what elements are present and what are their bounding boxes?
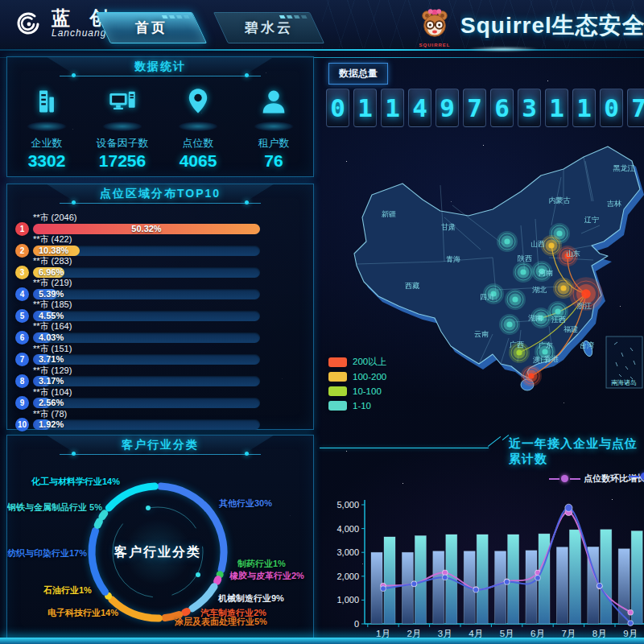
user-icon	[258, 86, 289, 117]
province-label: 甘肃	[441, 223, 456, 231]
legend-label: 200以上	[353, 356, 386, 368]
top10-city-label: **市 (219)	[33, 278, 313, 288]
stats-panel: 数据统计 企业数 3302	[6, 56, 314, 177]
inset-label: 南海诸岛	[611, 379, 637, 386]
top10-city-label: **市 (164)	[33, 321, 313, 332]
combo-chart: 01,0002,0003,0004,0005,0001月2月3月4月5月6月7月…	[322, 489, 644, 644]
bar	[601, 530, 612, 624]
mascot-caption: SQUIRREL	[415, 43, 454, 47]
map-legend-item: 100-200	[328, 369, 386, 383]
top10-city-label: **市 (185)	[33, 299, 313, 310]
bar-percent-label: 10.38%	[39, 246, 68, 256]
data-total-badge: 数据总量	[328, 63, 388, 85]
legend-label: 100-200	[353, 372, 386, 382]
app-title: Squirrel生态安全云平台	[460, 10, 644, 41]
chart-title-decoration	[488, 436, 501, 447]
donut-segment	[112, 600, 159, 618]
province-label: 广东	[539, 341, 553, 349]
province-label: 广西	[510, 341, 524, 349]
industry-label: 纺织与印染行业17%	[7, 547, 87, 559]
industry-label: 钢铁与金属制品行业 5%	[7, 502, 102, 514]
map-heat-spot	[521, 365, 542, 386]
bar	[495, 551, 506, 624]
chart-title-decoration	[502, 435, 509, 440]
industry-label: 涂层及表面处理行业5%	[175, 616, 267, 628]
top10-city-label: **市 (2046)	[33, 213, 313, 223]
bar	[526, 551, 537, 624]
province-label: 山东	[566, 250, 580, 258]
rank-badge: 3	[15, 266, 29, 279]
bar-track: 2.56%	[33, 398, 260, 408]
panel-title: 客户行业分类	[7, 438, 313, 452]
industry-label: 橡胶与皮革行业2%	[229, 570, 304, 582]
counter-digit: 6	[490, 89, 514, 127]
industry-label: 化工与材料学行业14%	[31, 476, 120, 488]
map-legend-item: 10-100	[328, 384, 386, 398]
bar-percent-label: 4.55%	[39, 311, 64, 321]
province-label: 浙江	[576, 302, 592, 310]
top10-row: **市 (164)64.03%	[15, 321, 313, 343]
rank-badge: 10	[15, 418, 29, 431]
tab-bishuiyun[interactable]: 碧水云	[213, 12, 324, 43]
line-point	[628, 621, 634, 626]
line-point	[565, 504, 572, 511]
bar-percent-label: 6.96%	[39, 267, 64, 278]
province-label: 吉林	[607, 200, 621, 208]
industry-label: 电子科技行业14%	[47, 607, 118, 619]
device-icon	[107, 86, 138, 117]
line-point	[381, 586, 386, 592]
map-heat-spot	[513, 262, 534, 283]
bar	[569, 530, 580, 624]
province-label: 福建	[564, 325, 578, 333]
legend-swatch	[328, 372, 347, 382]
donut-segment	[192, 587, 214, 609]
donut-segment	[92, 530, 105, 592]
legend-dot	[561, 475, 568, 482]
bar-track: 5.39%	[33, 289, 260, 299]
province-label: 西藏	[405, 282, 419, 290]
y-axis-tick-label: 2,000	[336, 572, 359, 581]
map-heat-spot	[505, 289, 526, 310]
donut-segment	[185, 612, 188, 613]
counter-digit: 1	[353, 89, 377, 127]
bar-percent-label: 1.92%	[39, 419, 64, 430]
stats-grid: 企业数 3302 设备因子数 17256	[7, 81, 313, 171]
industry-label: 其他行业30%	[219, 497, 272, 510]
rank-badge: 1	[15, 222, 29, 236]
legend-item-clipped[interactable]	[629, 473, 644, 480]
rank-badge: 5	[15, 309, 29, 323]
bar-track: 3.71%	[33, 354, 260, 365]
panel-title: 点位区域分布TOP10	[7, 187, 313, 201]
top10-city-label: **市 (422)	[33, 234, 313, 245]
province-label: 山西	[530, 240, 545, 248]
top10-row: **市 (283)36.96%	[15, 256, 313, 278]
top10-city-label: **市 (283)	[33, 256, 313, 266]
province-label: 内蒙古	[549, 196, 571, 204]
province-label: 云南	[474, 330, 489, 338]
tab-home[interactable]: 首页	[96, 12, 207, 43]
rank-badge: 7	[15, 353, 29, 366]
top10-row: **市 (104)92.56%	[15, 387, 313, 409]
industry-donut-chart: 客户行业分类 其他行业30%制药行业1%橡胶与皮革行业2%机械制造行业9%汽车制…	[7, 460, 313, 642]
south-china-sea-inset: 南海诸岛	[606, 336, 642, 388]
y-axis-tick-label: 4,000	[336, 524, 359, 534]
stat-enterprises: 企业数 3302	[10, 85, 84, 171]
province-label: 青海	[446, 255, 460, 263]
province-label: 湖北	[532, 286, 547, 294]
province-label: 河南	[539, 269, 553, 277]
donut-center-label: 客户行业分类	[114, 544, 201, 561]
bar-track: 50.32%	[33, 224, 260, 234]
counter-digit: 7	[463, 89, 486, 127]
rank-badge: 2	[15, 244, 29, 258]
line-point	[411, 581, 417, 587]
bar-percent-label: 4.03%	[39, 332, 64, 343]
bar-percent-label: 50.32%	[33, 224, 260, 234]
top10-row: **市 (2046)150.32%	[15, 213, 313, 234]
header-divider-line	[0, 49, 644, 51]
bar	[477, 535, 488, 624]
donut-segment	[217, 580, 218, 582]
top10-city-label: **市 (129)	[33, 365, 313, 376]
bar-percent-label: 3.17%	[39, 376, 64, 386]
rank-badge: 4	[15, 287, 29, 301]
rank-badge: 9	[15, 396, 29, 410]
